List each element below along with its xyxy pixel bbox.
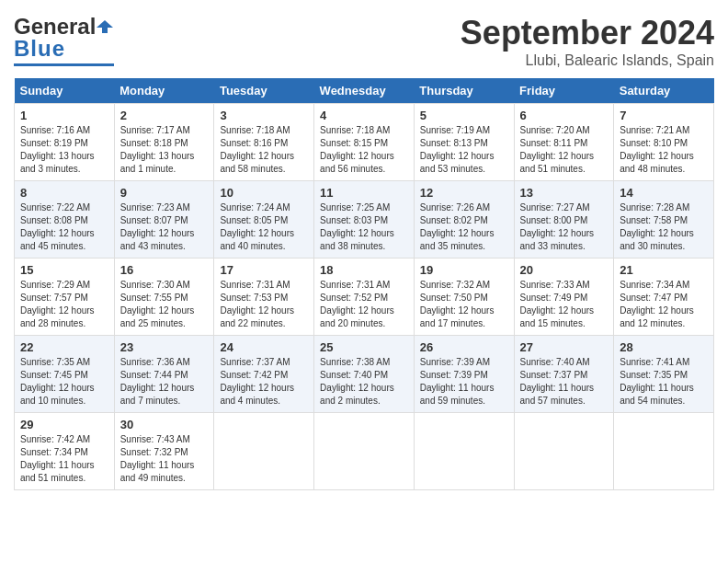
day-number: 2	[120, 109, 209, 122]
day-info: Sunrise: 7:34 AM Sunset: 7:47 PM Dayligh…	[620, 279, 708, 330]
calendar-day-cell: 16Sunrise: 7:30 AM Sunset: 7:55 PM Dayli…	[114, 259, 214, 336]
day-info: Sunrise: 7:43 AM Sunset: 7:32 PM Dayligh…	[120, 433, 209, 485]
calendar-day-cell: 6Sunrise: 7:20 AM Sunset: 8:11 PM Daylig…	[514, 104, 614, 181]
calendar-day-cell: 27Sunrise: 7:40 AM Sunset: 7:37 PM Dayli…	[514, 336, 614, 413]
day-number: 27	[520, 340, 609, 354]
calendar-day-cell: 25Sunrise: 7:38 AM Sunset: 7:40 PM Dayli…	[314, 336, 415, 413]
calendar-day-cell: 18Sunrise: 7:31 AM Sunset: 7:52 PM Dayli…	[314, 259, 415, 336]
day-info: Sunrise: 7:35 AM Sunset: 7:45 PM Dayligh…	[20, 356, 108, 408]
calendar-week-row: 29Sunrise: 7:42 AM Sunset: 7:34 PM Dayli…	[15, 413, 714, 490]
calendar-day-cell: 19Sunrise: 7:32 AM Sunset: 7:50 PM Dayli…	[414, 259, 514, 336]
day-info: Sunrise: 7:37 AM Sunset: 7:42 PM Dayligh…	[220, 356, 308, 408]
day-info: Sunrise: 7:25 AM Sunset: 8:03 PM Dayligh…	[320, 201, 408, 253]
calendar-week-row: 15Sunrise: 7:29 AM Sunset: 7:57 PM Dayli…	[15, 259, 714, 336]
calendar-day-cell: 23Sunrise: 7:36 AM Sunset: 7:44 PM Dayli…	[114, 336, 214, 413]
calendar-day-cell: 15Sunrise: 7:29 AM Sunset: 7:57 PM Dayli…	[15, 259, 115, 336]
calendar-day-cell: 8Sunrise: 7:22 AM Sunset: 8:08 PM Daylig…	[15, 181, 115, 259]
day-number: 12	[420, 186, 508, 200]
day-number: 16	[120, 263, 209, 277]
day-number: 8	[20, 186, 108, 200]
day-info: Sunrise: 7:31 AM Sunset: 7:53 PM Dayligh…	[220, 279, 308, 330]
calendar-week-row: 22Sunrise: 7:35 AM Sunset: 7:45 PM Dayli…	[15, 336, 714, 413]
logo-bird-icon	[97, 18, 113, 35]
svg-marker-0	[97, 20, 113, 33]
day-info: Sunrise: 7:17 AM Sunset: 8:18 PM Dayligh…	[120, 124, 209, 176]
calendar-header-friday: Friday	[514, 78, 614, 104]
calendar-day-cell: 7Sunrise: 7:21 AM Sunset: 8:10 PM Daylig…	[614, 104, 714, 181]
day-info: Sunrise: 7:33 AM Sunset: 7:49 PM Dayligh…	[520, 279, 609, 330]
calendar-day-cell: 20Sunrise: 7:33 AM Sunset: 7:49 PM Dayli…	[514, 259, 614, 336]
calendar-day-cell: 24Sunrise: 7:37 AM Sunset: 7:42 PM Dayli…	[214, 336, 314, 413]
day-number: 17	[220, 263, 308, 277]
day-number: 11	[320, 186, 408, 200]
day-info: Sunrise: 7:30 AM Sunset: 7:55 PM Dayligh…	[120, 279, 209, 330]
day-info: Sunrise: 7:31 AM Sunset: 7:52 PM Dayligh…	[320, 279, 408, 330]
calendar-day-cell: 21Sunrise: 7:34 AM Sunset: 7:47 PM Dayli…	[614, 259, 714, 336]
calendar-empty-cell	[414, 413, 514, 490]
day-number: 29	[20, 418, 108, 431]
page-header: General Blue September 2024 Llubi, Balea…	[14, 14, 714, 69]
calendar-empty-cell	[314, 413, 415, 490]
day-info: Sunrise: 7:27 AM Sunset: 8:00 PM Dayligh…	[520, 201, 609, 253]
day-info: Sunrise: 7:22 AM Sunset: 8:08 PM Dayligh…	[20, 201, 108, 253]
day-number: 19	[420, 263, 508, 277]
month-title: September 2024	[461, 14, 714, 52]
day-info: Sunrise: 7:19 AM Sunset: 8:13 PM Dayligh…	[420, 124, 508, 176]
calendar-header-tuesday: Tuesday	[214, 78, 314, 104]
day-number: 20	[520, 263, 609, 277]
day-number: 3	[220, 109, 308, 122]
calendar-day-cell: 5Sunrise: 7:19 AM Sunset: 8:13 PM Daylig…	[414, 104, 514, 181]
day-info: Sunrise: 7:26 AM Sunset: 8:02 PM Dayligh…	[420, 201, 508, 253]
day-info: Sunrise: 7:32 AM Sunset: 7:50 PM Dayligh…	[420, 279, 508, 330]
day-info: Sunrise: 7:18 AM Sunset: 8:16 PM Dayligh…	[220, 124, 308, 176]
day-number: 1	[20, 109, 108, 122]
calendar-day-cell: 11Sunrise: 7:25 AM Sunset: 8:03 PM Dayli…	[314, 181, 415, 259]
calendar-week-row: 1Sunrise: 7:16 AM Sunset: 8:19 PM Daylig…	[15, 104, 714, 181]
day-info: Sunrise: 7:28 AM Sunset: 7:58 PM Dayligh…	[620, 201, 708, 253]
day-number: 5	[420, 109, 508, 122]
calendar-empty-cell	[214, 413, 314, 490]
day-number: 10	[220, 186, 308, 200]
calendar-header-wednesday: Wednesday	[314, 78, 415, 104]
day-number: 26	[420, 340, 508, 354]
calendar-header-saturday: Saturday	[614, 78, 714, 104]
day-number: 13	[520, 186, 609, 200]
day-number: 7	[620, 109, 708, 122]
calendar-day-cell: 28Sunrise: 7:41 AM Sunset: 7:35 PM Dayli…	[614, 336, 714, 413]
day-number: 24	[220, 340, 308, 354]
calendar-empty-cell	[614, 413, 714, 490]
calendar-empty-cell	[514, 413, 614, 490]
calendar-header-thursday: Thursday	[414, 78, 514, 104]
calendar-day-cell: 3Sunrise: 7:18 AM Sunset: 8:16 PM Daylig…	[214, 104, 314, 181]
calendar-header-monday: Monday	[114, 78, 214, 104]
calendar-header-row: SundayMondayTuesdayWednesdayThursdayFrid…	[15, 78, 714, 104]
day-info: Sunrise: 7:29 AM Sunset: 7:57 PM Dayligh…	[20, 279, 108, 330]
calendar-body: 1Sunrise: 7:16 AM Sunset: 8:19 PM Daylig…	[15, 104, 714, 490]
day-number: 22	[20, 340, 108, 354]
day-number: 4	[320, 109, 408, 122]
day-number: 30	[120, 418, 209, 431]
calendar-day-cell: 4Sunrise: 7:18 AM Sunset: 8:15 PM Daylig…	[314, 104, 415, 181]
day-info: Sunrise: 7:40 AM Sunset: 7:37 PM Dayligh…	[520, 356, 609, 408]
logo-blue: Blue	[14, 36, 65, 62]
title-section: September 2024 Llubi, Balearic Islands, …	[461, 14, 714, 69]
day-number: 23	[120, 340, 209, 354]
calendar-day-cell: 13Sunrise: 7:27 AM Sunset: 8:00 PM Dayli…	[514, 181, 614, 259]
day-info: Sunrise: 7:41 AM Sunset: 7:35 PM Dayligh…	[620, 356, 708, 408]
day-number: 15	[20, 263, 108, 277]
day-info: Sunrise: 7:36 AM Sunset: 7:44 PM Dayligh…	[120, 356, 209, 408]
day-number: 28	[620, 340, 708, 354]
calendar-day-cell: 14Sunrise: 7:28 AM Sunset: 7:58 PM Dayli…	[614, 181, 714, 259]
day-info: Sunrise: 7:18 AM Sunset: 8:15 PM Dayligh…	[320, 124, 408, 176]
day-info: Sunrise: 7:23 AM Sunset: 8:07 PM Dayligh…	[120, 201, 209, 253]
calendar-day-cell: 12Sunrise: 7:26 AM Sunset: 8:02 PM Dayli…	[414, 181, 514, 259]
calendar-day-cell: 17Sunrise: 7:31 AM Sunset: 7:53 PM Dayli…	[214, 259, 314, 336]
calendar-day-cell: 1Sunrise: 7:16 AM Sunset: 8:19 PM Daylig…	[15, 104, 115, 181]
calendar-day-cell: 26Sunrise: 7:39 AM Sunset: 7:39 PM Dayli…	[414, 336, 514, 413]
day-number: 18	[320, 263, 408, 277]
day-info: Sunrise: 7:24 AM Sunset: 8:05 PM Dayligh…	[220, 201, 308, 253]
location-title: Llubi, Balearic Islands, Spain	[461, 52, 714, 69]
day-number: 25	[320, 340, 408, 354]
day-info: Sunrise: 7:16 AM Sunset: 8:19 PM Dayligh…	[20, 124, 108, 176]
day-info: Sunrise: 7:38 AM Sunset: 7:40 PM Dayligh…	[320, 356, 408, 408]
